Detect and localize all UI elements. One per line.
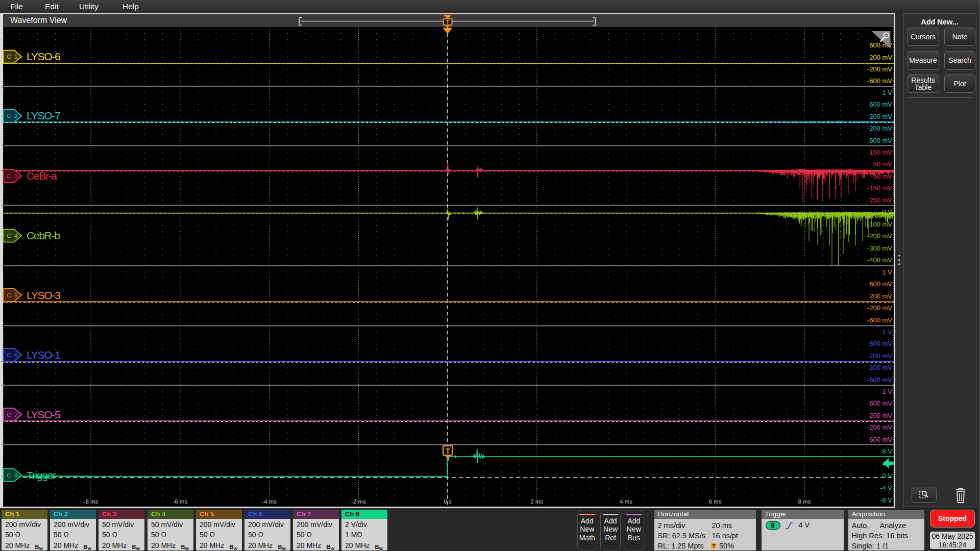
svg-text:-400 mV: -400 mV (867, 256, 892, 264)
svg-text:8 ms: 8 ms (798, 498, 811, 504)
svg-text:C 3: C 3 (7, 173, 18, 179)
svg-text:LYSO-7: LYSO-7 (27, 110, 60, 121)
svg-text:200 mV: 200 mV (869, 411, 892, 419)
svg-text:50 mV: 50 mV (873, 160, 892, 168)
svg-text:C 5: C 5 (7, 292, 18, 298)
svg-text:T: T (446, 19, 449, 25)
svg-text:-200 mV: -200 mV (867, 232, 892, 240)
svg-text:C 7: C 7 (7, 411, 18, 417)
svg-text:C 1: C 1 (7, 54, 18, 60)
svg-text:-250 mV: -250 mV (867, 196, 892, 204)
svg-text:-600 mV: -600 mV (867, 136, 892, 144)
svg-text:-100 mV: -100 mV (867, 220, 892, 228)
svg-text:-600 mV: -600 mV (867, 375, 892, 383)
svg-text:LYSO-6: LYSO-6 (27, 51, 60, 62)
svg-text:T: T (446, 446, 450, 455)
svg-text:600 mV: 600 mV (869, 280, 892, 288)
svg-text:200 mV: 200 mV (869, 53, 892, 61)
svg-text:0 V: 0 V (882, 472, 892, 480)
svg-text:C 6: C 6 (7, 352, 18, 358)
svg-text:-200 mV: -200 mV (867, 65, 892, 73)
svg-text:-200 mV: -200 mV (867, 423, 892, 431)
svg-text:-4 ms: -4 ms (262, 498, 277, 504)
svg-text:-600 mV: -600 mV (867, 435, 892, 443)
svg-text:LYSO-5: LYSO-5 (27, 408, 60, 420)
svg-text:600 mV: 600 mV (869, 101, 892, 108)
svg-text:200 mV: 200 mV (869, 352, 892, 359)
svg-text:1 V: 1 V (882, 387, 892, 395)
svg-text:-6 ms: -6 ms (173, 498, 187, 504)
svg-text:-150 mV: -150 mV (867, 184, 892, 192)
svg-text:1 V: 1 V (882, 268, 892, 276)
svg-text:1 V: 1 V (882, 88, 892, 96)
svg-text:200 mV: 200 mV (869, 112, 892, 120)
svg-text:CebR-b: CebR-b (27, 230, 60, 241)
svg-text:-4 V: -4 V (880, 484, 892, 492)
svg-text:0 V: 0 V (882, 208, 892, 216)
svg-text:-200 mV: -200 mV (867, 304, 892, 312)
svg-text:C 4: C 4 (7, 233, 18, 239)
svg-text:6 ms: 6 ms (709, 498, 722, 504)
svg-text:4 ms: 4 ms (620, 498, 632, 504)
svg-text:LYSO-3: LYSO-3 (27, 289, 60, 300)
svg-text:8 V: 8 V (882, 447, 892, 455)
svg-text:-200 mV: -200 mV (867, 124, 892, 132)
svg-text:-50 mV: -50 mV (871, 172, 892, 180)
svg-text:1 V: 1 V (882, 328, 892, 335)
svg-text:CeBr-a: CeBr-a (27, 170, 57, 182)
svg-text:C 8: C 8 (7, 472, 18, 478)
svg-text:-300 mV: -300 mV (867, 244, 892, 252)
svg-text:-200 mV: -200 mV (867, 364, 892, 371)
svg-text:Trigger: Trigger (27, 469, 56, 481)
svg-text:-600 mV: -600 mV (867, 77, 892, 85)
svg-text:-2 ms: -2 ms (351, 498, 366, 504)
svg-text:600 mV: 600 mV (869, 399, 892, 407)
svg-text:2 ms: 2 ms (530, 498, 543, 504)
svg-text:T: T (712, 543, 715, 548)
svg-text:200 mV: 200 mV (869, 292, 892, 299)
svg-text:-8 ms: -8 ms (84, 498, 99, 504)
svg-text:-600 mV: -600 mV (867, 316, 892, 323)
svg-text:LYSO-1: LYSO-1 (27, 348, 60, 360)
svg-text:C 2: C 2 (7, 113, 18, 119)
svg-text:0 s: 0 s (444, 498, 452, 504)
svg-text:150 mV: 150 mV (869, 148, 892, 156)
svg-text:600 mV: 600 mV (869, 340, 892, 347)
svg-text:-8 V: -8 V (880, 496, 892, 504)
